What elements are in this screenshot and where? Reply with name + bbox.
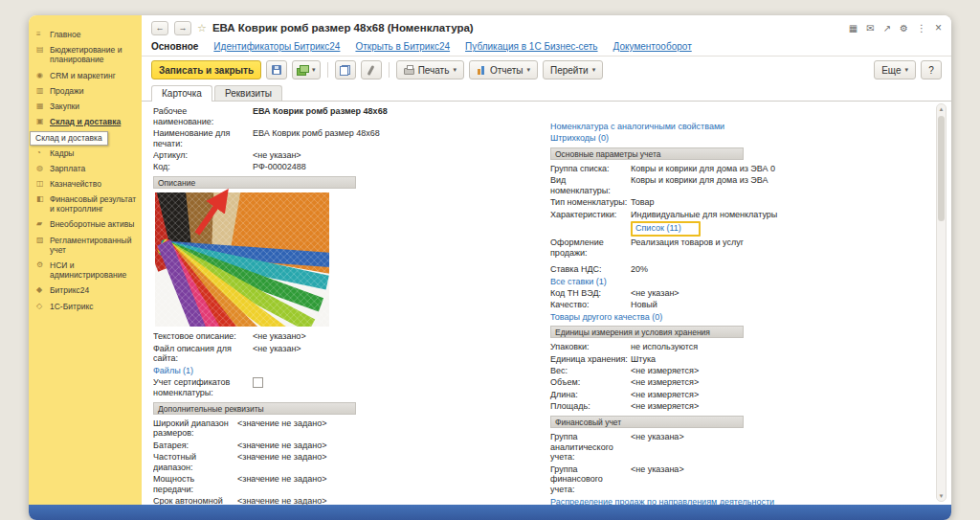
sidebar-item[interactable]: ◇ 1С-Битрикс — [29, 299, 142, 314]
settings-icon[interactable]: ⚙ — [900, 23, 908, 34]
field-row: Упаковки: не используются — [550, 342, 818, 352]
field-label[interactable]: Штрихкоды (0) — [550, 133, 612, 144]
section-header-finance: Финансовый учет — [550, 416, 744, 428]
field-value: <значение не задано> — [237, 441, 326, 451]
sidebar-item-label: Финансовый результат и контроллинг — [50, 194, 138, 214]
field-label: Файл описания для сайта: — [153, 344, 253, 365]
sidebar-item[interactable]: ▤ Бюджетирование и планирование — [29, 42, 142, 67]
goto-button[interactable]: Перейти▾ — [543, 60, 603, 79]
close-icon[interactable]: × — [935, 21, 942, 34]
scroll-up-icon[interactable]: ▲ — [937, 104, 946, 114]
field-label[interactable]: Номенклатура с аналогичными свойствами — [550, 122, 727, 132]
section-tabs: Основное Идентификаторы Битрикс24 Открыт… — [142, 40, 951, 57]
save-close-button[interactable]: Записать и закрыть — [151, 60, 261, 79]
field-row: Товары другого качества (0) — [550, 312, 818, 323]
field-label[interactable]: Файлы (1) — [153, 366, 196, 376]
field-row: Характеристики: Индивидуальные для номен… — [550, 210, 818, 220]
field-label[interactable]: Распределение продаж по направлениям дея… — [550, 497, 777, 505]
field-value: <не указан> — [253, 150, 301, 161]
card-tabs: Карточка Реквизиты — [142, 85, 951, 102]
field-value: 20% — [631, 264, 648, 275]
nav-tab[interactable]: Документооборот — [613, 41, 692, 52]
field-value: Ковры и коврики для дома из ЭВА 0 — [631, 164, 775, 174]
sidebar-item-label: Кадры — [50, 148, 74, 158]
sidebar-item[interactable]: ▣ Склад и доставка — [29, 114, 142, 129]
field-label: Длина: — [550, 390, 631, 400]
vertical-scrollbar[interactable]: ▲ ▼ — [936, 103, 947, 502]
field-value: РФ-00002488 — [253, 162, 306, 172]
sidebar-item-label: Продажи — [50, 86, 84, 96]
field-value[interactable]: Список (11) — [631, 221, 701, 237]
field-label: Мощность передачи: — [153, 474, 237, 495]
field-label: Код: — [153, 162, 253, 172]
field-value: ЕВА Коврик ромб размер 48x68 — [253, 106, 388, 117]
nav-tab[interactable]: Публикация в 1С Бизнес-сеть — [465, 41, 597, 52]
field-label[interactable]: Все ставки (1) — [550, 277, 610, 287]
field-row: Все ставки (1) — [550, 277, 818, 287]
nav-tab[interactable]: Открыть в Битрикс24 — [355, 41, 450, 52]
field-label: Широкий диапазон размеров: — [153, 418, 237, 440]
field-row: Наименование для печати: ЕВА Коврик ромб… — [153, 128, 356, 149]
sidebar-item[interactable]: ◧ Финансовый результат и контроллинг — [29, 192, 142, 216]
field-row: Группа списка: Ковры и коврики для дома … — [550, 164, 818, 174]
more-button[interactable]: Еще▾ — [874, 60, 916, 79]
field-row: Тип номенклатуры: Товар — [550, 197, 818, 208]
sidebar-item-label: Внеоборотные активы — [50, 219, 134, 229]
field-value: не используются — [631, 342, 698, 352]
help-button[interactable]: ? — [921, 60, 942, 79]
print-label: Печать — [418, 65, 450, 76]
discussions-icon[interactable]: ✉ — [866, 23, 874, 34]
reports-button[interactable]: Отчеты▾ — [469, 60, 538, 79]
field-label: Качество: — [550, 300, 631, 310]
field-value[interactable] — [253, 377, 263, 390]
field-row: Качество: Новый — [550, 300, 818, 310]
sidebar-item[interactable]: ▥ Продажи — [29, 83, 142, 99]
card-tab[interactable]: Карточка — [151, 85, 212, 102]
card-tab[interactable]: Реквизиты — [214, 85, 282, 102]
scroll-down-icon[interactable]: ▼ — [937, 491, 946, 501]
sidebar-item[interactable]: ◆ Битрикс24 — [29, 283, 142, 298]
calculator-icon[interactable]: ▦ — [849, 23, 858, 34]
sidebar-item[interactable]: ▰ Внеоборотные активы — [29, 216, 142, 232]
sidebar-item[interactable]: ◫ Казначейство — [29, 176, 142, 192]
field-label: Артикул: — [153, 150, 253, 161]
nav-tab[interactable]: Основное — [151, 41, 198, 52]
field-value: Ковры и коврики для дома из ЭВА — [631, 175, 768, 186]
forward-button[interactable]: → — [174, 21, 191, 35]
favorite-star-icon[interactable]: ☆ — [197, 22, 207, 34]
create-based-on-button[interactable]: ▾ — [292, 60, 321, 79]
scroll-thumb[interactable] — [938, 116, 945, 221]
sidebar-item[interactable]: ≡ Главное — [29, 27, 142, 42]
field-label: Группа финансового учета: — [550, 464, 631, 495]
save-button[interactable] — [266, 60, 287, 79]
field-value: Реализация товаров и услуг — [631, 237, 744, 248]
field-label[interactable]: Товары другого качества (0) — [550, 312, 665, 323]
reports-label: Отчеты — [490, 65, 523, 76]
sidebar-item[interactable]: ◔ Кадры — [29, 146, 142, 161]
field-value: Товар — [631, 197, 655, 208]
field-row: Номенклатура с аналогичными свойствами — [550, 122, 818, 132]
field-row: Площадь: <не измеряется> — [550, 401, 818, 412]
sidebar-item[interactable]: ◍ Зарплата — [29, 161, 142, 176]
field-label: Единица хранения: — [550, 354, 631, 365]
sidebar-item[interactable]: ▦ Закупки — [29, 99, 142, 114]
field-value: Новый — [631, 300, 657, 310]
sidebar-item[interactable]: ▨ Регламентированный учет — [29, 233, 142, 258]
product-image[interactable] — [155, 192, 329, 327]
nav-tab[interactable]: Идентификаторы Битрикс24 — [213, 41, 340, 52]
attachments-button[interactable] — [361, 60, 382, 79]
sidebar-item[interactable]: ◉ CRM и маркетинг — [29, 68, 142, 83]
field-row: Оформление продажи: Реализация товаров и… — [550, 237, 818, 259]
chevron-down-icon: ▾ — [526, 66, 530, 74]
more-icon[interactable]: ⋮ — [917, 23, 926, 34]
copy-button[interactable] — [335, 60, 356, 79]
sidebar-item-icon: ◉ — [36, 71, 46, 80]
field-row: Вес: <не измеряется> — [550, 366, 818, 376]
sidebar-item[interactable]: ⚙ НСИ и администрирование — [29, 258, 142, 283]
chart-icon — [477, 65, 486, 75]
print-button[interactable]: Печать▾ — [396, 60, 464, 79]
share-icon[interactable]: ↗ — [883, 23, 891, 34]
main-area: ← → ☆ ЕВА Коврик ромб размер 48x68 (Номе… — [142, 15, 951, 505]
sidebar-item-label: Битрикс24 — [50, 285, 89, 295]
back-button[interactable]: ← — [151, 21, 168, 35]
